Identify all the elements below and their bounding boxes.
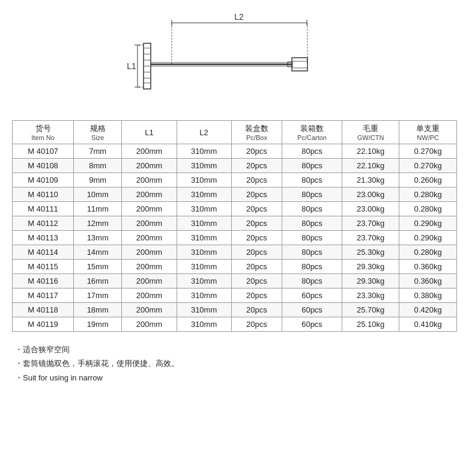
table-cell: M 40109: [13, 173, 74, 188]
table-cell: 0.420kg: [399, 303, 457, 317]
table-cell: 25.30kg: [342, 245, 399, 260]
table-cell: 20pcs: [231, 274, 282, 288]
table-cell: 15mm: [74, 260, 122, 274]
table-cell: 0.270kg: [399, 159, 457, 173]
table-cell: 80pcs: [282, 202, 342, 216]
table-cell: 25.70kg: [342, 303, 399, 317]
table-row: M 4011717mm200mm310mm20pcs60pcs23.30kg0.…: [13, 288, 457, 303]
table-row: M 4011212mm200mm310mm20pcs80pcs23.70kg0.…: [13, 216, 457, 231]
table-header-cell: 规格Size: [74, 121, 122, 144]
table-cell: 310mm: [177, 216, 231, 231]
table-cell: 310mm: [177, 245, 231, 260]
table-cell: 0.410kg: [399, 317, 457, 332]
table-cell: 0.360kg: [399, 274, 457, 288]
table-cell: 20pcs: [231, 231, 282, 245]
table-cell: 310mm: [177, 274, 231, 288]
table-cell: 80pcs: [282, 245, 342, 260]
table-header-cell: 毛重GW/CTN: [342, 121, 399, 144]
table-cell: M 40115: [13, 260, 74, 274]
note-1: ・适合狭窄空间: [15, 343, 457, 356]
table-cell: 200mm: [122, 188, 177, 202]
table-cell: 8mm: [74, 159, 122, 173]
table-cell: 80pcs: [282, 159, 342, 173]
table-cell: 60pcs: [282, 303, 342, 317]
table-cell: 80pcs: [282, 173, 342, 188]
table-cell: 23.70kg: [342, 231, 399, 245]
table-cell: 200mm: [122, 274, 177, 288]
table-cell: 310mm: [177, 202, 231, 216]
page: L2 L1: [0, 0, 469, 476]
table-cell: 200mm: [122, 216, 177, 231]
table-cell: 0.270kg: [399, 144, 457, 159]
table-cell: 310mm: [177, 188, 231, 202]
table-cell: 7mm: [74, 144, 122, 159]
table-cell: 16mm: [74, 274, 122, 288]
table-cell: 0.280kg: [399, 202, 457, 216]
table-cell: 21.30kg: [342, 173, 399, 188]
table-cell: 200mm: [122, 288, 177, 303]
table-cell: M 40118: [13, 303, 74, 317]
table-row: M 4011414mm200mm310mm20pcs80pcs25.30kg0.…: [13, 245, 457, 260]
table-cell: M 40117: [13, 288, 74, 303]
table-cell: 0.380kg: [399, 288, 457, 303]
table-cell: 310mm: [177, 260, 231, 274]
table-cell: 20pcs: [231, 202, 282, 216]
table-cell: 20pcs: [231, 173, 282, 188]
product-diagram: L2 L1: [121, 12, 349, 108]
table-cell: 80pcs: [282, 216, 342, 231]
table-row: M 4011919mm200mm310mm20pcs60pcs25.10kg0.…: [13, 317, 457, 332]
table-row: M 4011818mm200mm310mm20pcs60pcs25.70kg0.…: [13, 303, 457, 317]
table-cell: 80pcs: [282, 260, 342, 274]
table-row: M 4011010mm200mm310mm20pcs80pcs23.00kg0.…: [13, 188, 457, 202]
table-cell: 310mm: [177, 303, 231, 317]
table-cell: 29.30kg: [342, 260, 399, 274]
table-cell: 310mm: [177, 173, 231, 188]
note-2: ・套筒镜抛双色，手柄滚花，使用便捷、高效。: [15, 356, 457, 370]
table-cell: 19mm: [74, 317, 122, 332]
table-cell: 23.30kg: [342, 288, 399, 303]
table-cell: 22.10kg: [342, 144, 399, 159]
table-cell: 17mm: [74, 288, 122, 303]
table-row: M 4011111mm200mm310mm20pcs80pcs23.00kg0.…: [13, 202, 457, 216]
table-cell: 80pcs: [282, 188, 342, 202]
table-row: M 4011616mm200mm310mm20pcs80pcs29.30kg0.…: [13, 274, 457, 288]
table-cell: M 40111: [13, 202, 74, 216]
table-cell: 20pcs: [231, 159, 282, 173]
table-cell: 20pcs: [231, 260, 282, 274]
table-header-cell: L2: [177, 121, 231, 144]
table-cell: M 40110: [13, 188, 74, 202]
table-cell: 11mm: [74, 202, 122, 216]
table-cell: 0.290kg: [399, 216, 457, 231]
table-cell: M 40108: [13, 159, 74, 173]
table-cell: 18mm: [74, 303, 122, 317]
notes-section: ・适合狭窄空间 ・套筒镜抛双色，手柄滚花，使用便捷、高效。 ・Suit for …: [12, 343, 457, 385]
table-cell: 0.360kg: [399, 260, 457, 274]
table-cell: M 40116: [13, 274, 74, 288]
table-header-cell: 单支重NW/PC: [399, 121, 457, 144]
table-cell: 12mm: [74, 216, 122, 231]
table-cell: 310mm: [177, 144, 231, 159]
table-cell: M 40119: [13, 317, 74, 332]
table-cell: 20pcs: [231, 245, 282, 260]
table-cell: 20pcs: [231, 188, 282, 202]
table-body: M 401077mm200mm310mm20pcs80pcs22.10kg0.2…: [13, 144, 457, 332]
table-cell: 0.280kg: [399, 188, 457, 202]
table-cell: 23.00kg: [342, 188, 399, 202]
table-header-cell: L1: [122, 121, 177, 144]
table-header-cell: 装盒数Pc/Box: [231, 121, 282, 144]
table-cell: M 40112: [13, 216, 74, 231]
svg-text:L2: L2: [234, 12, 244, 22]
table-cell: 20pcs: [231, 216, 282, 231]
table-cell: 200mm: [122, 303, 177, 317]
table-row: M 4011515mm200mm310mm20pcs80pcs29.30kg0.…: [13, 260, 457, 274]
table-cell: 60pcs: [282, 317, 342, 332]
diagram-area: L2 L1: [12, 6, 457, 114]
table-row: M 401088mm200mm310mm20pcs80pcs22.10kg0.2…: [13, 159, 457, 173]
table-cell: M 40113: [13, 231, 74, 245]
table-cell: 22.10kg: [342, 159, 399, 173]
table-cell: 200mm: [122, 144, 177, 159]
table-cell: 200mm: [122, 173, 177, 188]
table-row: M 401099mm200mm310mm20pcs80pcs21.30kg0.2…: [13, 173, 457, 188]
svg-text:L1: L1: [127, 61, 136, 71]
table-cell: 20pcs: [231, 144, 282, 159]
